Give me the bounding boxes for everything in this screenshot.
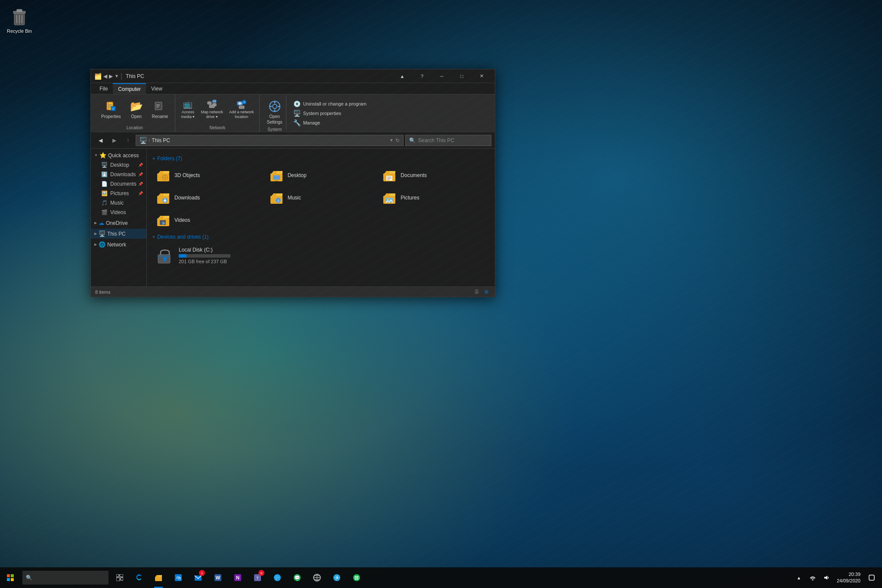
- network-tray-icon[interactable]: [807, 567, 819, 588]
- status-bar: 8 items ☰ ⊞: [91, 286, 495, 297]
- tab-computer[interactable]: Computer: [113, 83, 146, 94]
- access-media-btn[interactable]: 📺 Access media ▾: [179, 98, 197, 120]
- taskbar-whatsapp[interactable]: 💬: [288, 567, 307, 588]
- folder-item-desktop[interactable]: Desktop: [265, 165, 377, 186]
- ribbon-group-network: 📺 Access media ▾: [175, 94, 260, 132]
- ribbon-expand-btn[interactable]: ▲: [392, 69, 412, 83]
- taskbar-teams[interactable]: T 8: [248, 567, 267, 588]
- svg-rect-11: [111, 106, 115, 111]
- nav-bar: ◀ ▶ ↑ 🖥️ › This PC ▼ ↻ 🔍 Search This PC: [91, 132, 495, 149]
- documents-icon: 📄: [101, 181, 108, 187]
- svg-rect-29: [239, 106, 244, 109]
- svg-rect-57: [270, 196, 283, 204]
- quick-access-forward-btn[interactable]: ▶: [109, 73, 113, 79]
- folders-section-header[interactable]: ▼ Folders (7): [152, 156, 490, 162]
- system-properties-btn[interactable]: 🖥️ System properties: [292, 109, 368, 118]
- search-box[interactable]: 🔍 Search This PC: [405, 135, 491, 146]
- close-btn[interactable]: ✕: [472, 69, 491, 83]
- clock-date: 24/09/2020: [837, 578, 860, 584]
- notification-center-btn[interactable]: [865, 567, 879, 588]
- taskbar-onenote[interactable]: N: [228, 567, 247, 588]
- quick-access-collapse-icon: ▼: [94, 153, 98, 157]
- properties-btn[interactable]: ✓ Properties: [98, 98, 124, 121]
- back-btn[interactable]: ◀: [94, 134, 106, 146]
- sidebar-this-pc-header[interactable]: ▶ 🖥️ This PC: [91, 229, 146, 239]
- svg-point-64: [387, 199, 389, 200]
- minimize-btn[interactable]: ─: [432, 69, 452, 83]
- taskbar-store[interactable]: 🛍: [169, 567, 188, 588]
- uninstall-program-btn[interactable]: 💿 Uninstall or change a program: [292, 99, 368, 109]
- sidebar-item-pictures[interactable]: 🖼️ Pictures 📌: [91, 189, 146, 198]
- task-view-btn[interactable]: [110, 567, 129, 588]
- show-hidden-icons-btn[interactable]: ▲: [793, 567, 805, 588]
- search-icon: 🔍: [409, 137, 416, 143]
- grid-view-btn[interactable]: ⊞: [482, 288, 491, 296]
- taskbar-search[interactable]: 🔍: [22, 571, 109, 585]
- taskbar-twitter[interactable]: 🐦: [268, 567, 287, 588]
- volume-tray-icon[interactable]: [820, 567, 832, 588]
- taskbar-telegram[interactable]: ✈: [327, 567, 346, 588]
- tab-view[interactable]: View: [146, 83, 168, 94]
- add-network-btn[interactable]: + Add a network location: [227, 98, 256, 120]
- taskbar-pinned-apps: 🛍 1 W N: [129, 567, 366, 588]
- address-folder-icon: 🖥️: [140, 137, 147, 144]
- desktop: Recycle Bin 🗂️ ◀ ▶ ▼ | This PC ▲ ? ─ □ ✕…: [0, 0, 882, 588]
- taskbar-mail[interactable]: 1: [189, 567, 208, 588]
- open-btn[interactable]: 📂 Open: [126, 98, 147, 121]
- tab-file[interactable]: File: [94, 83, 113, 94]
- taskbar-browser[interactable]: [307, 567, 326, 588]
- folder-item-downloads[interactable]: Downloads: [152, 187, 264, 208]
- taskbar-spotify[interactable]: [347, 567, 366, 588]
- sidebar-item-downloads[interactable]: ⬇️ Downloads 📌: [91, 170, 146, 179]
- rename-btn[interactable]: Rename: [149, 98, 172, 121]
- downloads-folder-label: Downloads: [174, 195, 200, 201]
- downloads-pin-icon: 📌: [138, 172, 143, 177]
- sidebar-network-header[interactable]: ▶ 🌐 Network: [91, 240, 146, 249]
- access-media-label2: media ▾: [181, 115, 195, 119]
- list-view-btn[interactable]: ☰: [472, 288, 481, 296]
- address-refresh-icon[interactable]: ↻: [395, 137, 400, 143]
- open-settings-btn[interactable]: Open Settings: [263, 98, 286, 126]
- taskbar-explorer[interactable]: [149, 567, 168, 588]
- up-btn[interactable]: ↑: [122, 134, 134, 146]
- help-btn[interactable]: ?: [412, 69, 432, 83]
- address-dropdown-icon[interactable]: ▼: [389, 138, 394, 143]
- downloads-folder-icon: [155, 190, 171, 205]
- folder-item-3d-objects[interactable]: 3D Objects: [152, 165, 264, 186]
- drive-item-c[interactable]: Local Disk (C:) 201 GB free of 237 GB: [152, 243, 490, 268]
- music-label: Music: [110, 200, 124, 206]
- svg-rect-73: [7, 574, 10, 577]
- folder-item-videos[interactable]: Videos: [152, 210, 264, 230]
- address-bar[interactable]: 🖥️ › This PC ▼ ↻: [136, 135, 404, 146]
- taskbar-word[interactable]: W: [208, 567, 227, 588]
- quick-access-down-btn[interactable]: ▼: [115, 74, 119, 78]
- start-button[interactable]: [0, 567, 21, 588]
- quick-access-back-btn[interactable]: ◀: [103, 73, 107, 79]
- sidebar-item-music[interactable]: 🎵 Music: [91, 198, 146, 208]
- taskbar-edge[interactable]: [129, 567, 148, 588]
- drives-section-label: Devices and drives (1): [157, 234, 208, 240]
- sidebar-quick-access-header[interactable]: ▼ ⭐ Quick access: [91, 150, 146, 160]
- drives-section-header[interactable]: ▼ Devices and drives (1): [152, 234, 490, 240]
- maximize-btn[interactable]: □: [452, 69, 472, 83]
- forward-btn: ▶: [108, 134, 120, 146]
- system-buttons: Open Settings: [263, 96, 286, 126]
- sidebar-onedrive-header[interactable]: ▶ ☁ OneDrive: [91, 218, 146, 228]
- clock[interactable]: 20:39 24/09/2020: [834, 567, 863, 588]
- clock-time: 20:39: [848, 571, 860, 578]
- folder-item-music[interactable]: ♪ Music: [265, 187, 377, 208]
- map-network-btn[interactable]: Map network drive ▾: [199, 98, 225, 120]
- sidebar-item-videos[interactable]: 🎬 Videos: [91, 208, 146, 217]
- pictures-label: Pictures: [110, 190, 129, 196]
- folder-item-pictures[interactable]: Pictures: [378, 187, 490, 208]
- add-network-label: Add a network: [229, 110, 254, 114]
- svg-rect-36: [270, 106, 272, 107]
- folder-item-documents[interactable]: Documents: [378, 165, 490, 186]
- manage-btn[interactable]: 🔧 Manage: [292, 118, 368, 128]
- sidebar-section-onedrive: ▶ ☁ OneDrive: [91, 218, 146, 228]
- recycle-bin-icon[interactable]: Recycle Bin: [4, 4, 34, 35]
- sidebar-item-documents[interactable]: 📄 Documents 📌: [91, 179, 146, 189]
- sidebar-item-desktop[interactable]: 🖥️ Desktop 📌: [91, 160, 146, 170]
- svg-rect-38: [157, 174, 169, 181]
- svg-text:T: T: [256, 576, 259, 580]
